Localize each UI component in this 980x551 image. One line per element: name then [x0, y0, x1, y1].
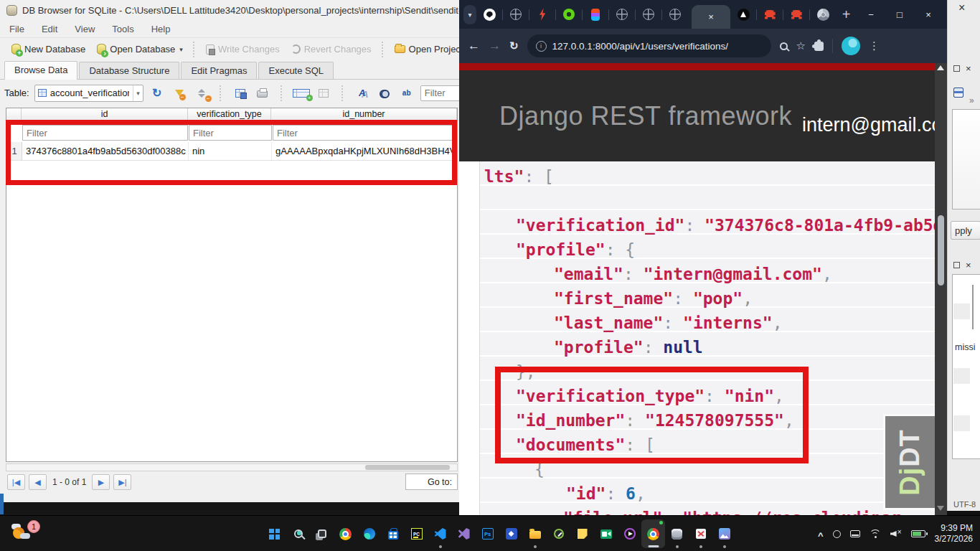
url-text[interactable]: 127.0.0.1:8000/api/v1/users/verification…	[552, 41, 728, 52]
taskview-taskbar-button[interactable]	[310, 518, 334, 550]
dbbrowser-taskbar-button[interactable]	[665, 518, 689, 550]
explorer-taskbar-button[interactable]	[523, 518, 547, 550]
export-table-button[interactable]	[232, 85, 249, 102]
horizontal-scrollbar[interactable]	[6, 463, 458, 471]
delete-record-button[interactable]	[315, 85, 332, 102]
panel-scrollbar[interactable]	[972, 285, 974, 329]
snip-taskbar-button[interactable]	[689, 518, 712, 550]
bolt-tab[interactable]	[533, 5, 552, 24]
tab-database-structure[interactable]: Database Structure	[79, 62, 179, 79]
store-taskbar-button[interactable]	[381, 518, 405, 550]
alien-tab[interactable]	[787, 5, 806, 24]
new-database-button[interactable]: New Database	[6, 42, 91, 57]
new-tab-button[interactable]: +	[839, 6, 853, 23]
chevron-more-icon[interactable]: »	[969, 95, 974, 105]
export-icon[interactable]	[953, 88, 963, 98]
find-button[interactable]	[376, 85, 393, 102]
photos-taskbar-button[interactable]	[712, 518, 736, 550]
float-panel-icon[interactable]	[953, 65, 960, 72]
edit-cell-textarea[interactable]	[952, 109, 980, 209]
scroll-down-icon[interactable]	[937, 506, 944, 511]
drf-user-email[interactable]: intern@gmail.com	[802, 114, 947, 136]
scrollbar-thumb[interactable]	[938, 215, 944, 286]
browser-scrollbar[interactable]	[935, 63, 947, 515]
github-tab[interactable]	[480, 5, 499, 24]
menu-tools[interactable]: Tools	[112, 24, 133, 34]
weather-widget[interactable]: 1	[11, 522, 40, 546]
filter-input-verification-type[interactable]	[189, 125, 272, 141]
chevron-down-icon[interactable]: ▾	[133, 85, 140, 101]
alien-tab[interactable]	[760, 5, 779, 24]
close-panel-icon[interactable]: ×	[966, 63, 971, 74]
tray-ring-icon[interactable]	[833, 530, 841, 538]
pycharm-taskbar-button[interactable]	[405, 518, 428, 550]
globe-tab[interactable]	[507, 5, 525, 24]
cell-id-number[interactable]: gAAAAABpxqdaHKpjMLXUNIh68dH3BH4V-...	[272, 142, 456, 160]
extensions-icon[interactable]	[814, 42, 824, 51]
tab-browse-data[interactable]: Browse Data	[4, 61, 77, 80]
font-button[interactable]: A	[354, 85, 371, 102]
site-info-icon[interactable]: i	[536, 41, 547, 52]
replace-button[interactable]: ab	[398, 85, 415, 102]
back-icon[interactable]: ←	[468, 39, 480, 53]
chrome-gray-tab[interactable]	[814, 5, 832, 24]
vercel-tab[interactable]	[734, 5, 753, 24]
close-button[interactable]: ×	[914, 9, 943, 20]
filter-input-id[interactable]	[22, 125, 188, 141]
refresh-button[interactable]: ↻	[149, 85, 166, 102]
vstudio-taskbar-button[interactable]	[452, 518, 476, 550]
scrollbar-thumb[interactable]	[365, 465, 450, 470]
photoshop-taskbar-button[interactable]	[476, 518, 499, 550]
apply-button[interactable]: pply	[951, 221, 980, 240]
menu-view[interactable]: View	[75, 24, 95, 34]
first-record-button[interactable]: |◀	[7, 474, 25, 490]
last-record-button[interactable]: ▶|	[113, 474, 131, 490]
table-select[interactable]: account_verification ▾	[34, 85, 143, 102]
blueapp-taskbar-button[interactable]	[499, 518, 523, 550]
close-tab-icon[interactable]: ×	[708, 11, 714, 22]
write-changes-button[interactable]: Write Changes	[200, 42, 286, 57]
clock[interactable]: 9:39 PM 3/27/2026	[935, 523, 973, 545]
menu-file[interactable]: File	[9, 24, 24, 34]
search-taskbar-button[interactable]	[286, 518, 310, 550]
meet-taskbar-button[interactable]	[594, 518, 618, 550]
scroll-up-icon[interactable]	[937, 65, 944, 70]
column-header-id[interactable]: id	[22, 108, 188, 121]
battery-icon[interactable]	[911, 530, 925, 537]
tab-execute-sql[interactable]: Execute SQL	[258, 62, 334, 79]
open-database-button[interactable]: Open Database ▾	[91, 42, 189, 57]
previous-record-button[interactable]: ◀	[29, 474, 47, 490]
sticky-taskbar-button[interactable]	[570, 518, 594, 550]
django-debug-toolbar-handle[interactable]: DjDT	[883, 414, 935, 510]
address-bar[interactable]: i 127.0.0.1:8000/api/v1/users/verificati…	[527, 34, 771, 57]
player-taskbar-button[interactable]	[618, 518, 641, 550]
globe-tab[interactable]	[666, 5, 684, 24]
chrome-taskbar-button-active[interactable]	[641, 519, 665, 548]
close-icon[interactable]: ×	[958, 1, 965, 14]
maximize-button[interactable]: □	[885, 9, 914, 20]
reload-icon[interactable]: ↻	[509, 39, 519, 52]
wifi-icon[interactable]	[870, 529, 881, 538]
clear-filters-button[interactable]	[171, 85, 188, 102]
table-row[interactable]: 1 374376c8801a4fb9ab5d5630df00388c nin g…	[7, 142, 456, 161]
clear-sort-button[interactable]	[193, 85, 210, 102]
filter-input-id-number[interactable]	[273, 125, 455, 141]
zoom-icon[interactable]	[780, 42, 788, 50]
tray-display-icon[interactable]	[850, 530, 860, 537]
menu-help[interactable]: Help	[151, 24, 171, 34]
next-record-button[interactable]: ▶	[92, 474, 110, 490]
start-taskbar-button[interactable]	[263, 518, 286, 550]
chrome-taskbar-button[interactable]	[334, 518, 357, 550]
revert-changes-button[interactable]: Revert Changes	[286, 42, 377, 57]
cell-verification-type[interactable]: nin	[189, 142, 272, 160]
close-panel-icon[interactable]: ×	[966, 260, 971, 270]
tab-edit-pragmas[interactable]: Edit Pragmas	[181, 62, 257, 79]
forward-icon[interactable]: →	[489, 39, 501, 53]
globe-tab[interactable]	[639, 5, 658, 24]
figma-tab[interactable]	[586, 5, 605, 24]
hidden-icons-chevron-icon[interactable]: ^	[818, 530, 824, 541]
tab-search-chevron-icon[interactable]: ▾	[463, 5, 476, 24]
green-dot-tab[interactable]	[560, 5, 578, 24]
float-panel-icon[interactable]	[953, 262, 960, 268]
profile-avatar[interactable]	[842, 37, 860, 55]
